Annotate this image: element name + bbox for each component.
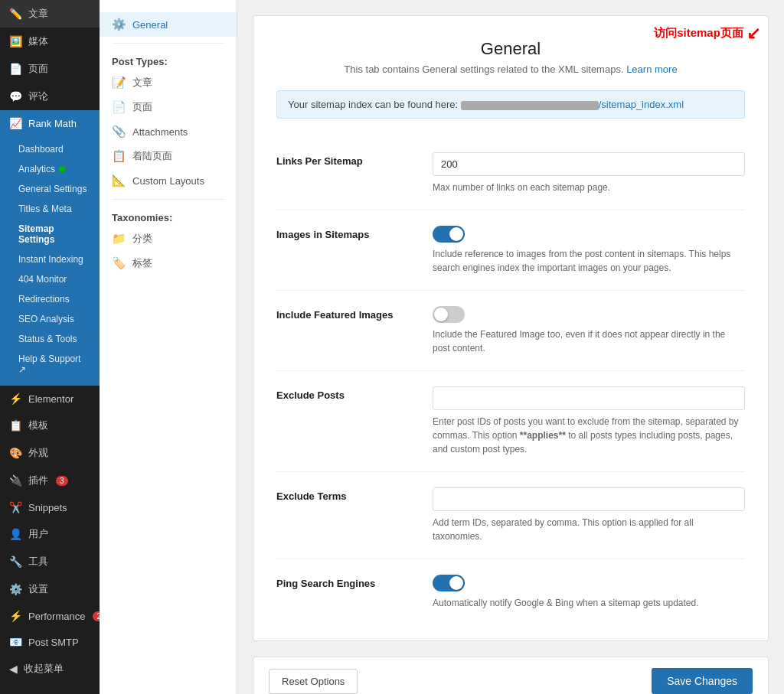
- collapse-icon: ◀: [9, 663, 18, 675]
- row-images-in-sitemaps: Images in Sitemaps Include reference to …: [276, 210, 745, 291]
- rmitem-general-settings[interactable]: General Settings: [0, 179, 100, 199]
- rmitem-redirections[interactable]: Redirections: [0, 289, 100, 309]
- page-icon: 📄: [112, 100, 126, 114]
- subnav-post-types-page[interactable]: 📄 页面: [100, 95, 237, 119]
- row-desc-ping: Automatically notify Google & Bing when …: [433, 596, 745, 610]
- elementor-icon: ⚡: [9, 393, 22, 405]
- ping-toggle-knob: [449, 576, 463, 590]
- plugins-icon: 🔌: [9, 474, 22, 487]
- sidebar-item-templates[interactable]: 📋 模板: [0, 412, 100, 439]
- attachments-icon: 📎: [112, 125, 126, 138]
- page-title: General: [276, 39, 745, 59]
- exclude-posts-input[interactable]: [433, 386, 745, 410]
- row-links-per-sitemap: Links Per Sitemap Max number of links on…: [276, 137, 745, 210]
- links-per-sitemap-input[interactable]: [433, 152, 745, 176]
- sidebar-item-media[interactable]: 🖼️ 媒体: [0, 28, 100, 55]
- annotation-text: 访问sitemap页面: [654, 26, 743, 39]
- save-button[interactable]: Save Changes: [652, 668, 753, 694]
- tools-icon: 🔧: [9, 556, 22, 568]
- sidebar-item-settings[interactable]: ⚙️ 设置: [0, 575, 100, 603]
- sidebar-item-post-smtp[interactable]: 📧 Post SMTP: [0, 629, 100, 655]
- rmitem-status-tools[interactable]: Status & Tools: [0, 329, 100, 349]
- analytics-dot: [59, 166, 65, 172]
- images-toggle-knob: [449, 227, 463, 241]
- post-smtp-icon: 📧: [9, 636, 22, 648]
- rmitem-seo-analysis[interactable]: SEO Analysis: [0, 309, 100, 329]
- sidebar-item-appearance[interactable]: 🎨 外观: [0, 439, 100, 467]
- content-area: 访问sitemap页面 ↙ General This tab contains …: [237, 0, 784, 694]
- sidebar-item-users[interactable]: 👤 用户: [0, 520, 100, 548]
- reset-button[interactable]: Reset Options: [269, 669, 358, 694]
- rmitem-titles-meta[interactable]: Titles & Meta: [0, 199, 100, 219]
- images-toggle[interactable]: [433, 226, 465, 243]
- article-icon: 📝: [112, 76, 126, 90]
- sidebar-item-rankmath[interactable]: 📈 Rank Math: [0, 110, 100, 136]
- sub-nav: ⚙️ General Post Types: 📝 文章 📄 页面 📎 Attac…: [100, 0, 237, 694]
- subnav-divider2: [112, 199, 224, 200]
- row-exclude-posts: Exclude Posts Enter post IDs of posts yo…: [276, 371, 745, 472]
- sidebar-item-collapse[interactable]: ◀ 收起菜单: [0, 655, 100, 683]
- subnav-post-types-attachments[interactable]: 📎 Attachments: [100, 119, 237, 144]
- learn-more-link[interactable]: Learn more: [626, 64, 677, 75]
- rmitem-analytics[interactable]: Analytics: [0, 159, 100, 179]
- rmitem-instant-indexing[interactable]: Instant Indexing: [0, 249, 100, 269]
- sidebar-item-performance[interactable]: ⚡ Performance 2: [0, 603, 100, 629]
- annotation-arrow: ↙: [746, 24, 760, 44]
- row-content-featured: Include the Featured Image too, even if …: [433, 306, 745, 355]
- subnav-taxonomy-tag[interactable]: 🏷️ 标签: [100, 251, 237, 275]
- performance-icon: ⚡: [9, 610, 22, 622]
- row-label-links: Links Per Sitemap: [276, 152, 414, 167]
- row-desc-links: Max number of links on each sitemap page…: [433, 181, 745, 194]
- sidebar-item-tools[interactable]: 🔧 工具: [0, 548, 100, 575]
- sidebar-item-comments[interactable]: 💬 评论: [0, 83, 100, 110]
- sidebar-item-posts[interactable]: ✏️ 文章: [0, 0, 100, 28]
- row-content-ping: Automatically notify Google & Bing when …: [433, 575, 745, 610]
- exclude-terms-input[interactable]: [433, 487, 745, 511]
- custom-layouts-icon: 📐: [112, 174, 126, 187]
- row-label-images: Images in Sitemaps: [276, 226, 414, 240]
- subnav-taxonomy-category[interactable]: 📁 分类: [100, 226, 237, 251]
- subnav-post-types-custom-layouts[interactable]: 📐 Custom Layouts: [100, 168, 237, 193]
- pages-icon: 📄: [9, 63, 22, 75]
- sidebar-item-elementor[interactable]: ⚡ Elementor: [0, 386, 100, 412]
- general-subnav-icon: ⚙️: [112, 18, 126, 31]
- row-featured-images: Include Featured Images Include the Feat…: [276, 291, 745, 371]
- rankmath-icon: 📈: [9, 117, 22, 129]
- sitemap-info-bar: Your sitemap index can be found here: /s…: [276, 90, 745, 119]
- snippets-icon: ✂️: [9, 501, 22, 513]
- ping-toggle[interactable]: [433, 575, 465, 591]
- post-types-label: Post Types:: [100, 50, 237, 70]
- featured-toggle-wrap: [433, 306, 745, 323]
- row-content-images: Include reference to images from the pos…: [433, 226, 745, 275]
- main-area: ⚙️ General Post Types: 📝 文章 📄 页面 📎 Attac…: [100, 0, 784, 694]
- rmitem-404-monitor[interactable]: 404 Monitor: [0, 269, 100, 289]
- row-label-exclude-posts: Exclude Posts: [276, 386, 414, 401]
- subnav-post-types-landing[interactable]: 📋 着陆页面: [100, 144, 237, 168]
- ping-toggle-wrap: [433, 575, 745, 591]
- subnav-post-types-article[interactable]: 📝 文章: [100, 70, 237, 95]
- performance-badge: 2: [93, 611, 100, 621]
- sitemap-url-link[interactable]: /sitemap_index.xml: [599, 99, 684, 110]
- sidebar-item-snippets[interactable]: ✂️ Snippets: [0, 494, 100, 520]
- rmitem-sitemap[interactable]: Sitemap Settings: [0, 219, 100, 249]
- row-desc-images: Include reference to images from the pos…: [433, 247, 745, 275]
- rank-math-submenu: Dashboard Analytics General Settings Tit…: [0, 136, 100, 386]
- images-toggle-wrap: [433, 226, 745, 243]
- row-desc-exclude-terms: Add term IDs, separated by comma. This o…: [433, 516, 745, 543]
- subnav-general[interactable]: ⚙️ General: [100, 12, 237, 37]
- row-content-exclude-terms: Add term IDs, separated by comma. This o…: [433, 487, 745, 543]
- row-ping-search-engines: Ping Search Engines Automatically notify…: [276, 559, 745, 625]
- row-label-ping: Ping Search Engines: [276, 575, 414, 589]
- featured-toggle[interactable]: [433, 306, 465, 323]
- row-desc-featured: Include the Featured Image too, even if …: [433, 327, 745, 355]
- rmitem-help-support[interactable]: Help & Support ↗: [0, 349, 100, 380]
- taxonomies-label: Taxonomies:: [100, 206, 237, 226]
- sidebar-item-pages[interactable]: 📄 页面: [0, 55, 100, 83]
- rmitem-dashboard[interactable]: Dashboard: [0, 139, 100, 159]
- row-content-links: Max number of links on each sitemap page…: [433, 152, 745, 194]
- posts-icon: ✏️: [9, 8, 22, 20]
- page-subtitle: This tab contains General settings relat…: [276, 64, 745, 75]
- sidebar-item-plugins[interactable]: 🔌 插件 3: [0, 467, 100, 494]
- row-desc-exclude-posts: Enter post IDs of posts you want to excl…: [433, 415, 745, 456]
- row-content-exclude-posts: Enter post IDs of posts you want to excl…: [433, 386, 745, 456]
